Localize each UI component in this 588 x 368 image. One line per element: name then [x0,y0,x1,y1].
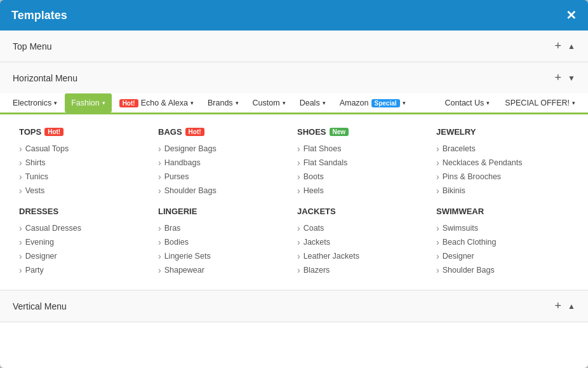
list-item[interactable]: Coats [297,221,430,235]
bags-hot-badge: Hot! [185,128,204,136]
templates-modal: Templates ✕ Top Menu + ▲ Horizontal Menu… [0,0,588,368]
top-menu-chevron-icon: ▲ [568,42,575,51]
tops-hot-badge: Hot! [44,128,63,136]
list-item[interactable]: Beach Clothing [436,235,569,249]
swimwear-title: SWIMWEAR [436,207,569,216]
dropdown-content: TOPS Hot! Casual Tops Shirts Tunics Vest… [0,114,588,290]
list-item[interactable]: Necklaces & Pendants [436,156,569,170]
jewelry-title: JEWELRY [436,127,569,137]
nav-item-fashion[interactable]: Fashion ▾ [65,93,111,112]
nav-item-amazon[interactable]: Amazon Special ▾ [333,93,412,112]
horizontal-menu-section: Horizontal Menu + ▼ Electronics ▾ Fashio… [0,62,588,290]
horizontal-menu-controls: + ▼ [555,71,575,85]
top-menu-controls: + ▲ [555,39,575,53]
nav-item-contact[interactable]: Contact Us ▾ [439,93,497,112]
dropdown-col-shoes: SHOES New Flat Shoes Flat Sandals Boots … [297,127,430,277]
nav-special-offer-label: SPECIAL OFFER! [505,99,570,107]
list-item[interactable]: Bodies [158,235,291,249]
list-item[interactable]: Pins & Brooches [436,170,569,184]
shoes-title: SHOES New [297,127,430,137]
list-item[interactable]: Purses [158,170,291,184]
top-menu-header[interactable]: Top Menu + ▲ [0,31,588,62]
vertical-menu-label: Vertical Menu [13,301,67,311]
jackets-list: Coats Jackets Leather Jackets Blazers [297,221,430,277]
list-item[interactable]: Flat Sandals [297,156,430,170]
fashion-caret-icon: ▾ [102,100,105,106]
nav-fashion-label: Fashion [71,99,99,107]
nav-item-electronics[interactable]: Electronics ▾ [6,93,63,112]
list-item[interactable]: Evening [19,235,152,249]
list-item[interactable]: Jackets [297,235,430,249]
nav-contact-label: Contact Us [445,99,484,107]
bags-title: BAGS Hot! [158,127,291,137]
list-item[interactable]: Lingerie Sets [158,249,291,263]
nav-item-special-offer[interactable]: SPECIAL OFFER! ▾ [498,93,582,112]
list-item[interactable]: Bras [158,221,291,235]
shoes-list: Flat Shoes Flat Sandals Boots Heels [297,142,430,198]
deals-caret-icon: ▾ [323,100,326,106]
nav-amazon-label: Amazon [340,99,369,107]
nav-item-echo[interactable]: Hot! Echo & Alexa ▾ [113,93,200,112]
dresses-list: Casual Dresses Evening Designer Party [19,221,152,277]
nav-custom-label: Custom [253,99,280,107]
list-item[interactable]: Casual Dresses [19,221,152,235]
vertical-menu-header[interactable]: Vertical Menu + ▲ [0,290,588,322]
electronics-caret-icon: ▾ [54,100,57,106]
amazon-caret-icon: ▾ [403,100,406,106]
modal-header: Templates ✕ [0,0,588,31]
shoes-new-badge: New [330,128,349,136]
dropdown-col-jewelry: JEWELRY Bracelets Necklaces & Pendants P… [436,127,569,277]
jewelry-list: Bracelets Necklaces & Pendants Pins & Br… [436,142,569,198]
list-item[interactable]: Casual Tops [19,142,152,156]
list-item[interactable]: Handbags [158,156,291,170]
dropdown-col-bags: BAGS Hot! Designer Bags Handbags Purses … [158,127,291,277]
list-item[interactable]: Vests [19,184,152,198]
list-item[interactable]: Blazers [297,263,430,277]
top-menu-label: Top Menu [13,41,51,51]
nav-item-custom[interactable]: Custom ▾ [246,93,292,112]
list-item[interactable]: Heels [297,184,430,198]
vertical-menu-chevron-icon: ▲ [568,302,575,311]
list-item[interactable]: Designer Bags [158,142,291,156]
list-item[interactable]: Tunics [19,170,152,184]
list-item[interactable]: Leather Jackets [297,249,430,263]
list-item[interactable]: Boots [297,170,430,184]
contact-caret-icon: ▾ [486,100,490,106]
horizontal-menu-header[interactable]: Horizontal Menu + ▼ [0,62,588,93]
nav-deals-label: Deals [300,99,320,107]
vertical-menu-section: Vertical Menu + ▲ [0,290,588,322]
horizontal-menu-label: Horizontal Menu [13,73,77,83]
list-item[interactable]: Designer [436,249,569,263]
tops-title: TOPS Hot! [19,127,152,137]
top-menu-add-button[interactable]: + [555,39,562,53]
nav-item-deals[interactable]: Deals ▾ [293,93,332,112]
list-item[interactable]: Bracelets [436,142,569,156]
nav-electronics-label: Electronics [13,99,51,107]
dresses-title: DRESSES [19,207,152,216]
echo-caret-icon: ▾ [190,100,194,106]
vertical-menu-add-button[interactable]: + [555,299,562,313]
bags-list: Designer Bags Handbags Purses Shoulder B… [158,142,291,198]
nav-right-items: Contact Us ▾ SPECIAL OFFER! ▾ [439,93,582,112]
list-item[interactable]: Flat Shoes [297,142,430,156]
close-button[interactable]: ✕ [566,8,577,23]
echo-hot-badge: Hot! [119,99,138,107]
list-item[interactable]: Party [19,263,152,277]
tops-list: Casual Tops Shirts Tunics Vests [19,142,152,198]
list-item[interactable]: Swimsuits [436,221,569,235]
list-item[interactable]: Shoulder Bags [436,263,569,277]
nav-item-brands[interactable]: Brands ▾ [201,93,245,112]
vertical-menu-controls: + ▲ [555,299,575,313]
list-item[interactable]: Shapewear [158,263,291,277]
list-item[interactable]: Bikinis [436,184,569,198]
list-item[interactable]: Designer [19,249,152,263]
amazon-special-badge: Special [371,99,400,107]
custom-caret-icon: ▾ [283,100,286,106]
list-item[interactable]: Shirts [19,156,152,170]
lingerie-title: LINGERIE [158,207,291,216]
horizontal-menu-add-button[interactable]: + [555,71,562,85]
top-menu-section: Top Menu + ▲ [0,31,588,62]
swimwear-list: Swimsuits Beach Clothing Designer Should… [436,221,569,277]
horizontal-menu-chevron-icon: ▼ [568,74,575,83]
list-item[interactable]: Shoulder Bags [158,184,291,198]
